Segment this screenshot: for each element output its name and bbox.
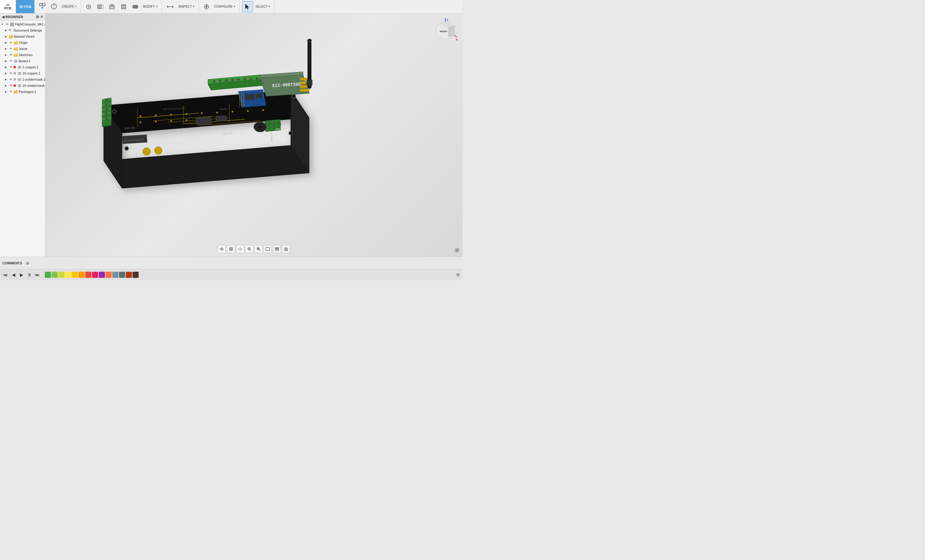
sidebar-item-joints[interactable]: ▶ 👁 Joints [0,46,45,52]
svg-point-41 [185,113,187,115]
modify-btn3[interactable] [107,1,117,12]
sidebar-item-board1[interactable]: ▶ 👁 Board:1 [0,58,45,64]
timeline-color-9[interactable] [99,272,105,278]
select-group-label[interactable]: SELECT ▼ [254,4,272,9]
vc-layers-btn[interactable] [273,245,281,253]
vc-fit-btn[interactable] [227,245,235,253]
timeline-color-6[interactable] [78,272,84,278]
tree-root-item[interactable]: ▼ 👁 FlightComputer_Mk1 v14 ℹ [0,21,45,27]
sidebar-item-copper1[interactable]: ▶ 👁 1-copper:1 [0,64,45,70]
sidebar-item-soldermask1[interactable]: ▶ 👁 1-soldermask:1 [0,76,45,83]
app-brand[interactable]: 3D PCB [0,0,16,13]
copper1-visibility-icon[interactable]: 👁 [9,65,13,69]
playback-skip-start-btn[interactable]: ⏮ [3,272,9,277]
configure-btn1[interactable] [201,1,212,12]
vc-zoom-out-btn[interactable] [246,245,253,253]
soldermask1-visibility-icon[interactable]: 👁 [9,77,13,81]
modify-btn5[interactable] [130,1,140,12]
sidebar-item-origin[interactable]: ▶ 👁 Origin [0,39,45,46]
sidebar-item-doc-settings[interactable]: ▶ ⚙ Document Settings [0,27,45,33]
sidebar-item-soldermask16[interactable]: ▶ 👁 16-soldermask:1 [0,83,45,89]
mount-hole-tr [292,95,296,98]
svg-point-43 [216,111,218,113]
create-group-label[interactable]: CREATE ▼ [60,4,78,9]
modify-icon-2 [97,3,104,10]
vc-zoom-in-btn[interactable] [255,245,262,253]
packages1-visibility-icon[interactable]: 👁 [9,90,13,94]
svg-point-23 [18,72,21,75]
sidebar-item-copper16[interactable]: ▶ 👁 16-copper:1 [0,70,45,76]
svg-rect-131 [275,250,279,251]
root-visibility-icon[interactable]: 👁 [5,22,9,26]
configure-dropdown-arrow: ▼ [233,5,235,8]
browser-close-icon[interactable]: ✕ [40,15,43,19]
svg-marker-86 [245,94,255,100]
timeline-icons [45,272,139,278]
vc-display-btn[interactable] [264,245,272,253]
soldermask16-visibility-icon[interactable]: 👁 [9,83,13,88]
active-tab-3dpcb[interactable]: 3D PCB [16,0,35,13]
browser-panel: ◀ BROWSER ⊞ ✕ ▼ 👁 FlightComputer_Mk1 v14… [0,14,45,257]
origin-visibility-icon[interactable]: 👁 [9,41,13,45]
modify-group-label[interactable]: MODIFY ▼ [142,4,159,9]
playback-prev-btn[interactable]: ◀ [11,272,17,277]
toolbar-group-create: CREATE ▼ [35,0,81,13]
vc-settings-btn[interactable] [282,245,290,253]
named-views-expand: ▶ [5,35,9,38]
soldermask1-label: 1-soldermask:1 [23,78,45,81]
playback-pause-btn[interactable]: ⏸ [26,272,33,277]
timeline-color-3[interactable] [58,272,65,278]
configure-group-label[interactable]: CONFIGURE ▼ [213,4,237,9]
timeline-color-1[interactable] [45,272,51,278]
timeline-color-2[interactable] [51,272,58,278]
timeline-color-10[interactable] [105,272,111,278]
sketches-visibility-icon[interactable]: 👁 [9,53,13,57]
modify-btn2[interactable] [95,1,105,12]
playback-settings-icon[interactable]: ⚙ [456,272,460,277]
vc-pan-btn[interactable] [236,245,244,253]
select-btn1[interactable] [242,1,253,12]
coordinate-cube[interactable]: RIGHT Z X [433,18,458,43]
svg-point-70 [250,78,252,80]
playback-skip-end-btn[interactable]: ⏭ [35,272,41,277]
playback-bar: ⏮ ◀ ▶ ⏸ ⏭ ⚙ [0,269,462,280]
timeline-color-7[interactable] [85,272,91,278]
create-dropdown-arrow: ▼ [75,5,77,8]
timeline-color-5[interactable] [72,272,78,278]
playback-play-btn[interactable]: ▶ [18,272,24,277]
3d-viewport[interactable]: E22-900T30D [45,14,462,257]
vc-pivot-btn[interactable] [218,245,226,253]
timeline-color-12[interactable] [119,272,125,278]
browser-expand-icon[interactable]: ⊞ [36,15,39,19]
sidebar-item-named-views[interactable]: ▶ Named Views [0,33,45,39]
create-btn2[interactable] [49,1,59,12]
joints-visibility-icon[interactable]: 👁 [9,47,13,51]
create-btn1[interactable] [37,1,48,12]
copper16-visibility-icon[interactable]: 👁 [9,71,13,75]
board1-visibility-icon[interactable]: 👁 [9,59,13,63]
timeline-color-14[interactable] [133,272,139,278]
board1-expand: ▶ [5,60,9,63]
timeline-color-11[interactable] [112,272,118,278]
viewport-settings-icon[interactable] [454,247,460,254]
browser-back-icon[interactable]: ◀ [2,15,4,19]
toolbar-group-configure: CONFIGURE ▼ [199,0,240,13]
svg-point-99 [273,122,275,123]
main-area: ◀ BROWSER ⊞ ✕ ▼ 👁 FlightComputer_Mk1 v14… [0,14,462,257]
configure-icon-1 [203,3,210,10]
inspect-group-label[interactable]: INSPECT ▼ [177,4,196,9]
modify-btn1[interactable] [83,1,94,12]
inspect-btn1[interactable] [164,1,176,12]
mount-hole-br [289,131,292,135]
timeline-color-4[interactable] [65,272,71,278]
select-icon-1 [244,3,251,10]
comments-settings-icon[interactable]: ⊕ [26,261,29,266]
timeline-color-13[interactable] [126,272,132,278]
modify-btn4[interactable] [118,1,129,12]
sidebar-item-sketches[interactable]: ▶ 👁 Sketches [0,52,45,58]
timeline-color-8[interactable] [92,272,98,278]
svg-line-125 [259,250,261,251]
packages1-label: Packages:1 [19,90,36,93]
sidebar-item-packages1[interactable]: ▶ 👁 Packages:1 [0,89,45,95]
svg-marker-109 [448,26,455,37]
